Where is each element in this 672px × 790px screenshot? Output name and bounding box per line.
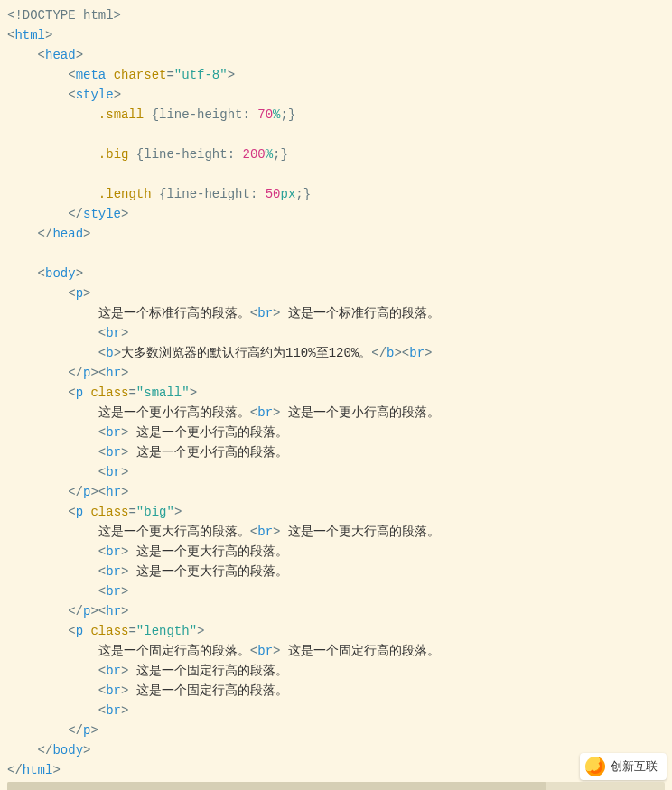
code-line: <p class="small">	[7, 383, 665, 403]
watermark-logo: 创新互联	[580, 753, 667, 780]
code-line: <br>	[7, 323, 665, 343]
code-line: <br> 这是一个固定行高的段落。	[7, 681, 665, 701]
code-line: <p class="big">	[7, 502, 665, 522]
code-line: .small {line-height: 70%;}	[7, 105, 665, 125]
code-line: 这是一个更大行高的段落。<br> 这是一个更大行高的段落。	[7, 522, 665, 542]
code-line: <b>大多数浏览器的默认行高约为110%至120%。</b><br>	[7, 343, 665, 363]
code-line: 这是一个更小行高的段落。<br> 这是一个更小行高的段落。	[7, 403, 665, 423]
code-line: <br> 这是一个更小行高的段落。	[7, 423, 665, 442]
code-line: <style>	[7, 85, 665, 105]
code-line: </p><hr>	[7, 363, 665, 383]
code-line: </style>	[7, 204, 665, 224]
code-line: <!DOCTYPE html>	[7, 5, 665, 25]
code-line: <br>	[7, 701, 665, 720]
code-line: <br> 这是一个更小行高的段落。	[7, 442, 665, 462]
logo-icon	[585, 757, 605, 776]
code-line: 这是一个标准行高的段落。<br> 这是一个标准行高的段落。	[7, 303, 665, 323]
code-line	[7, 164, 665, 184]
code-line: <br> 这是一个更大行高的段落。	[7, 562, 665, 581]
code-line: .big {line-height: 200%;}	[7, 144, 665, 164]
code-line: <p>	[7, 283, 665, 303]
code-line: <br>	[7, 462, 665, 482]
code-line: </p><hr>	[7, 482, 665, 502]
code-line: </html>	[7, 760, 665, 780]
code-line: <head>	[7, 45, 665, 65]
code-line: <br> 这是一个更大行高的段落。	[7, 542, 665, 562]
code-line: <html>	[7, 25, 665, 45]
code-line: <body>	[7, 264, 665, 283]
code-line: </body>	[7, 740, 665, 760]
code-line	[7, 244, 665, 264]
code-line: <meta charset="utf-8">	[7, 65, 665, 85]
code-line: </p>	[7, 720, 665, 740]
code-line: <p class="length">	[7, 621, 665, 641]
code-block: <!DOCTYPE html> <html> <head> <meta char…	[7, 5, 665, 780]
horizontal-scrollbar[interactable]	[7, 782, 665, 790]
code-line: </p><hr>	[7, 601, 665, 621]
code-line	[7, 125, 665, 144]
code-line: .length {line-height: 50px;}	[7, 184, 665, 204]
code-line: </head>	[7, 224, 665, 244]
code-line: <br> 这是一个固定行高的段落。	[7, 661, 665, 681]
logo-text: 创新互联	[611, 757, 658, 776]
code-line: <br>	[7, 581, 665, 601]
code-line: 这是一个固定行高的段落。<br> 这是一个固定行高的段落。	[7, 641, 665, 661]
